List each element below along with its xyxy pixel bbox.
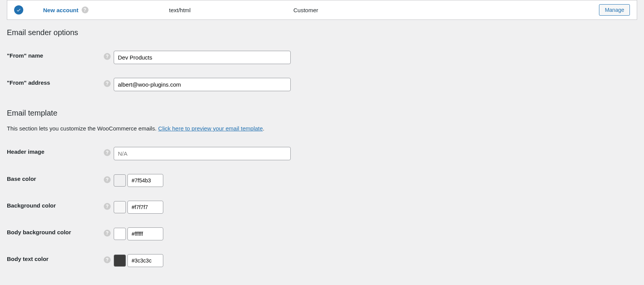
email-template-heading: Email template	[7, 109, 637, 118]
from-address-input[interactable]	[114, 78, 291, 91]
preview-template-link[interactable]: Click here to preview your email templat…	[158, 125, 263, 132]
header-image-input[interactable]	[114, 147, 291, 160]
email-recipient: Customer	[293, 7, 599, 13]
background-color-label: Background color	[7, 194, 100, 221]
body-background-color-input[interactable]	[127, 227, 163, 240]
help-icon[interactable]: ?	[104, 230, 111, 237]
body-text-color-label: Body text color	[7, 247, 100, 274]
body-background-color-swatch[interactable]	[114, 228, 126, 240]
header-image-label: Header image	[7, 140, 100, 167]
status-enabled-icon	[14, 5, 23, 14]
help-icon[interactable]: ?	[104, 53, 111, 60]
body-text-color-input[interactable]	[127, 254, 163, 267]
base-color-swatch[interactable]	[114, 174, 126, 187]
email-name-link[interactable]: New account	[43, 7, 79, 13]
base-color-input[interactable]	[127, 174, 163, 187]
from-name-label: "From" name	[7, 44, 100, 71]
help-icon[interactable]: ?	[104, 80, 111, 87]
help-icon[interactable]: ?	[104, 176, 111, 183]
desc-text-after: .	[263, 125, 264, 132]
help-icon[interactable]: ?	[104, 149, 111, 156]
email-notification-row: New account ? text/html Customer Manage	[7, 0, 637, 20]
background-color-swatch[interactable]	[114, 201, 126, 213]
sender-options-heading: Email sender options	[7, 28, 637, 37]
from-address-label: "From" address	[7, 71, 100, 98]
body-text-color-swatch[interactable]	[114, 254, 126, 267]
email-content-type: text/html	[169, 7, 293, 13]
from-name-input[interactable]	[114, 51, 291, 64]
body-background-color-label: Body background color	[7, 221, 100, 247]
help-icon[interactable]: ?	[82, 6, 89, 13]
help-icon[interactable]: ?	[104, 256, 111, 263]
desc-text: This section lets you customize the WooC…	[7, 125, 158, 132]
manage-button[interactable]: Manage	[599, 4, 630, 16]
base-color-label: Base color	[7, 167, 100, 194]
help-icon[interactable]: ?	[104, 203, 111, 210]
background-color-input[interactable]	[127, 201, 163, 214]
email-template-description: This section lets you customize the WooC…	[7, 124, 637, 133]
